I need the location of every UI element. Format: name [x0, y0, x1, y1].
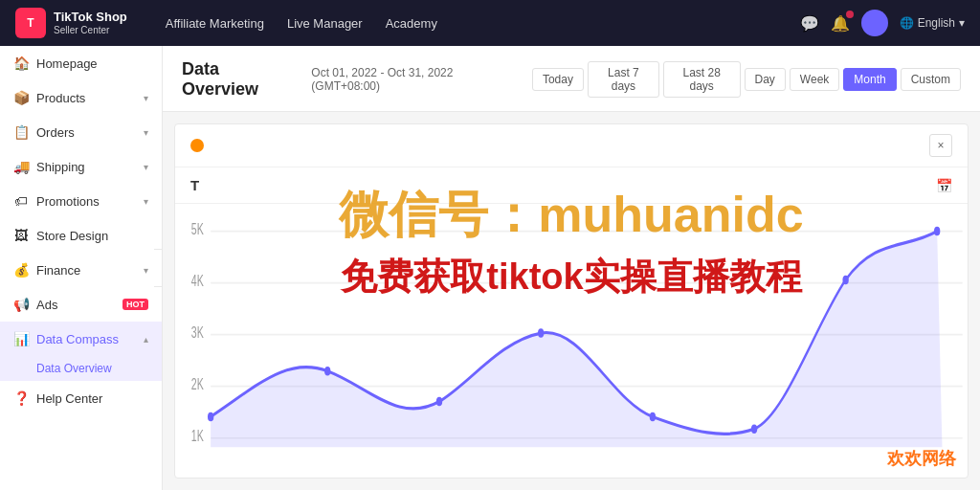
sidebar-item-orders[interactable]: 📋 Orders ▾ — [0, 115, 162, 149]
calendar-icon[interactable]: 📅 — [936, 178, 952, 193]
nav-affiliate-marketing[interactable]: Affiliate Marketing — [166, 12, 264, 34]
svg-point-17 — [934, 227, 940, 236]
sidebar-item-finance[interactable]: 💰 Finance ▾ — [0, 253, 162, 287]
filter-last7[interactable]: Last 7 days — [588, 61, 659, 98]
sidebar-collapse-arrow[interactable]: › — [154, 249, 163, 287]
language-selector[interactable]: 🌐 English ▾ — [900, 16, 965, 30]
filter-custom[interactable]: Custom — [901, 68, 961, 91]
sidebar-item-promotions[interactable]: 🏷 Promotions ▾ — [0, 184, 162, 218]
close-x-button[interactable]: × — [929, 134, 952, 157]
products-chevron-icon: ▾ — [144, 93, 148, 103]
metric-label: T — [190, 177, 199, 193]
chart-toolbar: × — [175, 124, 968, 167]
svg-point-11 — [324, 367, 330, 376]
svg-text:4K: 4K — [191, 273, 204, 290]
overview-title-row: Data Overview Oct 01, 2022 - Oct 31, 202… — [182, 59, 961, 100]
nav-right: 💬 🔔 🌐 English ▾ — [800, 10, 965, 36]
promotions-chevron-icon: ▾ — [144, 196, 148, 207]
logo-subtitle: Seller Center — [54, 25, 127, 36]
orders-icon: 📋 — [13, 124, 29, 140]
svg-point-15 — [751, 424, 757, 434]
nav-academy[interactable]: Academy — [386, 12, 437, 34]
promotions-icon: 🏷 — [13, 193, 29, 209]
logo-title: TikTok Shop — [54, 10, 127, 25]
nav-links: Affiliate Marketing Live Manager Academy — [166, 12, 777, 34]
sidebar-item-shipping[interactable]: 🚚 Shipping ▾ — [0, 149, 162, 184]
notification-badge — [846, 11, 854, 18]
filter-today[interactable]: Today — [532, 68, 584, 91]
svg-text:2K: 2K — [191, 376, 204, 393]
user-avatar[interactable] — [861, 10, 888, 36]
sidebar-item-help-center[interactable]: ❓ Help Center — [0, 381, 162, 415]
main-content: Data Overview Oct 01, 2022 - Oct 31, 202… — [163, 46, 980, 490]
filter-day[interactable]: Day — [745, 68, 786, 91]
sidebar-item-store-design[interactable]: 🖼 Store Design — [0, 218, 162, 253]
page-title: Data Overview — [182, 59, 296, 100]
svg-text:1K: 1K — [191, 428, 204, 445]
orders-chevron-icon: ▾ — [144, 127, 148, 138]
message-icon-button[interactable]: 💬 — [800, 14, 819, 33]
data-compass-icon: 📊 — [13, 331, 29, 346]
store-design-icon: 🖼 — [13, 228, 29, 243]
filter-week[interactable]: Week — [790, 68, 839, 91]
finance-chevron-icon: ▾ — [144, 265, 148, 276]
filter-last28[interactable]: Last 28 days — [663, 61, 741, 98]
svg-text:3K: 3K — [191, 324, 204, 342]
shipping-chevron-icon: ▾ — [144, 162, 148, 172]
svg-point-12 — [436, 397, 442, 407]
time-filters: Today Last 7 days Last 28 days Day Week … — [532, 61, 961, 98]
line-chart: 5K 4K 3K 2K 1K — [175, 204, 968, 478]
svg-point-14 — [650, 412, 656, 422]
sidebar: 🏠 Homepage 📦 Products ▾ 📋 Orders ▾ 🚚 Shi… — [0, 46, 163, 490]
finance-icon: 💰 — [13, 262, 29, 278]
help-icon: ❓ — [13, 390, 29, 406]
sidebar-item-homepage[interactable]: 🏠 Homepage — [0, 46, 162, 80]
svg-chart-container: 5K 4K 3K 2K 1K — [175, 204, 968, 478]
ads-icon: 📢 — [13, 297, 29, 312]
body-layout: 🏠 Homepage 📦 Products ▾ 📋 Orders ▾ 🚚 Shi… — [0, 46, 980, 490]
nav-live-manager[interactable]: Live Manager — [287, 12, 363, 34]
orange-dot-indicator — [190, 139, 204, 152]
filter-month[interactable]: Month — [843, 68, 896, 91]
logo[interactable]: T TikTok Shop Seller Center — [15, 8, 127, 38]
chart-metrics-row: T 📅 — [175, 167, 968, 204]
logo-icon: T — [15, 8, 46, 38]
sidebar-sub-data-overview[interactable]: Data Overview — [0, 356, 162, 381]
svg-point-16 — [842, 276, 848, 285]
sidebar-item-ads[interactable]: 📢 Ads HOT — [0, 287, 162, 322]
overview-header: Data Overview Oct 01, 2022 - Oct 31, 202… — [163, 46, 980, 112]
svg-point-13 — [538, 328, 544, 338]
svg-text:5K: 5K — [191, 221, 204, 238]
data-compass-chevron-icon: ▴ — [144, 334, 148, 345]
chart-area: × T 📅 微信号：muhuanidc 免费获取tiktok实操直播教程 欢欢网… — [174, 123, 969, 479]
svg-point-10 — [208, 412, 213, 422]
sidebar-item-products[interactable]: 📦 Products ▾ — [0, 80, 162, 115]
ads-hot-badge: HOT — [122, 299, 148, 310]
date-range: Oct 01, 2022 - Oct 31, 2022 (GMT+08:00) — [311, 66, 517, 93]
shipping-icon: 🚚 — [13, 159, 29, 174]
home-icon: 🏠 — [13, 56, 29, 71]
products-icon: 📦 — [13, 90, 29, 105]
notification-icon-button[interactable]: 🔔 — [831, 14, 850, 33]
sidebar-item-data-compass[interactable]: 📊 Data Compass ▴ — [0, 322, 162, 356]
top-navigation: T TikTok Shop Seller Center Affiliate Ma… — [0, 0, 980, 46]
